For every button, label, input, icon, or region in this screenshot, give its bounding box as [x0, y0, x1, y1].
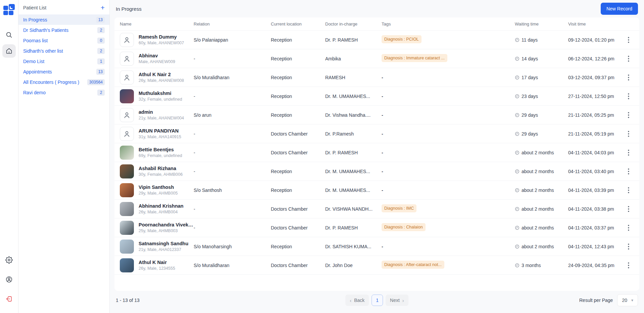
- patient-details: 31y, Male, AHA140915: [139, 135, 181, 139]
- next-button[interactable]: Next ›: [386, 295, 408, 306]
- row-menu-button[interactable]: [625, 91, 633, 102]
- search-icon[interactable]: [2, 28, 16, 42]
- visit-time-cell: 27-11-2024, 12:50 pm: [568, 94, 625, 99]
- patient-row[interactable]: admin 21y, Male, AHANEW004 S/o arun Rece…: [114, 106, 639, 124]
- patient-list-item[interactable]: All Encounters ( Progress ) 303564: [18, 77, 109, 87]
- patient-list-item[interactable]: Demo List 1: [18, 56, 109, 66]
- visit-time-cell: 21-11-2024, 05:25 pm: [568, 112, 625, 118]
- patient-list-item[interactable]: In Progress 13: [18, 14, 109, 25]
- waiting-time: 14 days: [522, 56, 538, 61]
- waiting-cell: 14 days: [515, 56, 568, 61]
- location-cell: Doctors Chamber: [271, 206, 325, 212]
- per-page-label: Result per Page: [579, 298, 613, 303]
- column-header: Relation: [194, 21, 271, 27]
- patient-list-item[interactable]: Sidharth's other list 2: [18, 46, 109, 56]
- row-menu-button[interactable]: [625, 110, 633, 120]
- patient-list-item[interactable]: Appointments 13: [18, 66, 109, 77]
- patient-list-item[interactable]: Dr Sidharth's Patients 2: [18, 25, 109, 35]
- patient-list-item[interactable]: Poornas list 0: [18, 35, 109, 46]
- patient-list-item-count: 303564: [87, 79, 105, 85]
- patient-name: ARUN PANDIYAN: [139, 128, 181, 134]
- patient-list-item-label: Poornas list: [23, 38, 48, 43]
- row-menu-button[interactable]: [625, 53, 633, 64]
- row-menu-button[interactable]: [625, 35, 633, 45]
- kebab-icon: [628, 150, 629, 156]
- doctor-cell: Ambika: [325, 56, 382, 61]
- patient-row[interactable]: Abhinand Krishnan 26y, Male, AHMB004 - D…: [114, 200, 639, 218]
- name-cell: admin 21y, Male, AHANEW004: [120, 108, 194, 122]
- row-menu-button[interactable]: [625, 204, 633, 214]
- settings-gear-icon[interactable]: [2, 253, 16, 267]
- location-cell: Reception: [271, 75, 325, 80]
- patient-row[interactable]: Athul K Nair 2 26y, Male, AHANEW008 S/o …: [114, 68, 639, 87]
- main-content: In Progress New Record NameRelationCurre…: [110, 0, 644, 313]
- row-menu-button[interactable]: [625, 241, 633, 252]
- waiting-time: about 2 months: [522, 150, 554, 155]
- waiting-cell: 29 days: [515, 131, 568, 137]
- table-header-row: NameRelationCurrent locationDoctor in-ch…: [114, 17, 639, 31]
- add-list-button[interactable]: +: [101, 4, 105, 11]
- waiting-time: about 2 months: [522, 225, 554, 230]
- name-cell: Athul K Nair 2 26y, Male, AHANEW008: [120, 70, 194, 85]
- patient-row[interactable]: Ashabil Rizhana 30y, Female, AHMB006 - R…: [114, 162, 639, 181]
- chevron-down-icon: ▾: [631, 298, 633, 303]
- app-logo-icon[interactable]: [3, 3, 15, 15]
- clock-icon: [515, 94, 519, 99]
- home-icon[interactable]: [2, 44, 16, 58]
- waiting-cell: about 2 months: [515, 225, 568, 230]
- patient-row[interactable]: Athul K Nair 26y, Male, 1234555 S/o Mura…: [114, 256, 639, 275]
- row-menu-button[interactable]: [625, 147, 633, 158]
- chevron-right-icon: ›: [402, 298, 404, 303]
- patient-list-item-label: Demo List: [23, 59, 44, 64]
- new-record-button[interactable]: New Record: [601, 3, 638, 15]
- location-cell: Reception: [271, 94, 325, 99]
- row-menu-button[interactable]: [625, 166, 633, 177]
- tags-cell: -: [382, 75, 515, 80]
- row-menu-button[interactable]: [625, 222, 633, 233]
- patient-details: 29y, Male, AHMB005: [139, 191, 178, 196]
- per-page-select[interactable]: 20 ▾: [617, 294, 638, 306]
- patient-row[interactable]: Ramesh Dummy 60y, Male, AHANEW007 S/o Pa…: [114, 31, 639, 49]
- patient-row[interactable]: Satnamsingh Sandhu 21y, Male, AHA012337 …: [114, 237, 639, 256]
- profile-icon[interactable]: [2, 273, 16, 286]
- visit-time-cell: 04-11-2024, 03:38 pm: [568, 206, 625, 212]
- table-footer: 1 - 13 of 13 ‹ Back 1 Next › Result per …: [114, 291, 639, 310]
- diagnosis-tag: Diagnosis : Immature cataract ...: [382, 54, 447, 62]
- kebab-icon: [628, 225, 629, 231]
- location-cell: Doctors Chamber: [271, 150, 325, 155]
- patient-name: admin: [139, 109, 184, 115]
- relation-cell: S/o Muralidharan: [194, 75, 271, 80]
- doctor-cell: Dr. VISHWA NANDH...: [325, 206, 382, 212]
- patient-row[interactable]: Abhinav Male, AHANEW009 - Reception Ambi…: [114, 49, 639, 68]
- patient-avatar: [120, 89, 134, 103]
- patient-row[interactable]: Muthulakshmi 32y, Female, undefined - Re…: [114, 87, 639, 106]
- tag-empty: -: [382, 150, 383, 155]
- logout-icon[interactable]: [2, 292, 16, 306]
- kebab-icon: [628, 56, 629, 62]
- row-menu-button[interactable]: [625, 185, 633, 196]
- patient-list-item[interactable]: Ravi demo 2: [18, 87, 109, 98]
- tags-cell: Diagnosis : PCIOL: [382, 35, 515, 44]
- patient-row[interactable]: Vipin Santhosh 29y, Male, AHMB005 S/o Sa…: [114, 181, 639, 200]
- doctor-cell: Dr. John Doe: [325, 263, 382, 268]
- patient-row[interactable]: ARUN PANDIYAN 31y, Male, AHA140915 - Doc…: [114, 124, 639, 143]
- back-button[interactable]: ‹ Back: [345, 295, 369, 306]
- row-menu-button[interactable]: [625, 72, 633, 83]
- rail-bottom: [2, 253, 16, 308]
- name-cell: Poornachandra Viveka... 25y, Male, AHMB0…: [120, 221, 194, 235]
- column-header: Visit time: [568, 21, 625, 27]
- relation-cell: -: [194, 169, 271, 174]
- patient-avatar: [120, 108, 134, 122]
- patient-name: Abhinav: [139, 53, 175, 58]
- doctor-cell: Dr. P. RAMESH: [325, 150, 382, 155]
- doctor-cell: RAMESH: [325, 75, 382, 80]
- patient-row[interactable]: Poornachandra Viveka... 25y, Male, AHMB0…: [114, 218, 639, 237]
- page-1-button[interactable]: 1: [371, 295, 383, 306]
- row-menu-button[interactable]: [625, 260, 633, 271]
- waiting-cell: about 2 months: [515, 206, 568, 212]
- diagnosis-tag: Diagnosis : PCIOL: [382, 35, 422, 43]
- row-menu-button[interactable]: [625, 128, 633, 139]
- clock-icon: [515, 132, 519, 136]
- visit-time-cell: 04-11-2024, 03:40 pm: [568, 169, 625, 174]
- patient-row[interactable]: Bettie Beentjes 69y, Female, undefined -…: [114, 143, 639, 162]
